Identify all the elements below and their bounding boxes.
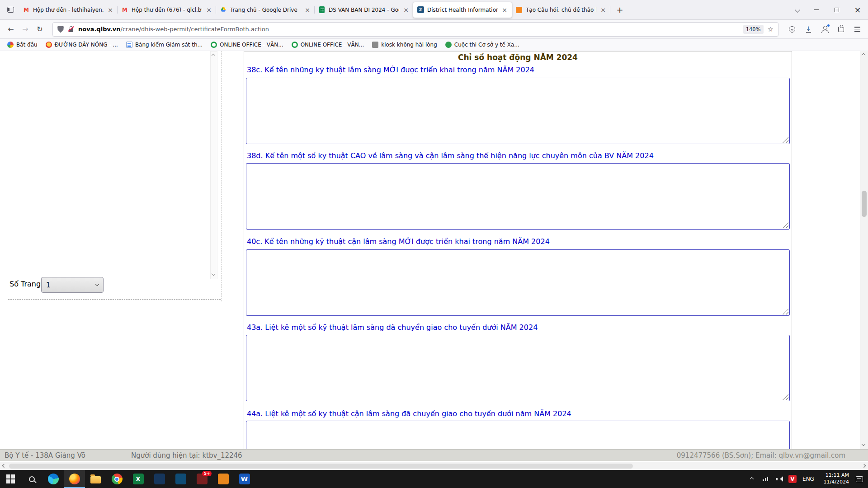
bookmark-item-start[interactable]: Bắt đầu (4, 40, 41, 49)
reload-button[interactable]: ↻ (33, 22, 47, 37)
tab-close-icon[interactable]: × (304, 6, 311, 14)
forum-icon (515, 6, 523, 14)
list-all-tabs-button[interactable] (789, 8, 806, 12)
tray-language-button[interactable]: ENG (799, 470, 817, 488)
tab-close-icon[interactable]: × (599, 6, 607, 14)
new-tab-button[interactable]: + (613, 3, 627, 17)
tab-title: DS VAN BAN DI 2024 - Google T (329, 7, 399, 13)
field-textarea-38d[interactable] (246, 163, 790, 230)
page-select-value: 1 (46, 281, 51, 289)
field-textarea-44a[interactable] (246, 421, 790, 449)
field-textarea-43a[interactable] (246, 335, 790, 401)
scroll-down-icon[interactable] (212, 272, 215, 276)
bookmark-item-hotline[interactable]: ĐƯỜNG DÂY NÓNG - ... (42, 40, 122, 49)
tab-forum[interactable]: Tạo Câu hỏi, chủ đề thảo luận | × (512, 2, 610, 18)
excel-icon: X (133, 474, 144, 484)
bookmark-item-contest[interactable]: Cuộc thi Cơ sở y tế Xa... (442, 40, 523, 49)
field-label-38c: 38c. Kể tên những kỹ thuật lâm sàng MỚI … (247, 66, 789, 74)
left-panel-scrollbar[interactable] (210, 51, 217, 279)
checklist-favicon-icon (126, 42, 132, 48)
tray-clock[interactable]: 11:11 AM 11/4/2024 (817, 470, 851, 488)
window-maximize-button[interactable] (826, 0, 847, 19)
scroll-down-icon[interactable] (862, 442, 865, 446)
insecure-lock-icon[interactable] (68, 25, 74, 33)
chrome-icon (112, 474, 123, 484)
tab-dhis-active[interactable]: 2 District Health Information Soft × (413, 2, 512, 18)
window-minimize-button[interactable] (806, 0, 826, 19)
taskbar-search-button[interactable] (21, 470, 42, 488)
tab-title: Tạo Câu hỏi, chủ đề thảo luận | (526, 7, 596, 13)
online-office-favicon-icon (211, 42, 217, 48)
bookmark-star-icon[interactable]: ☆ (768, 25, 774, 33)
taskbar-app1-button[interactable] (149, 470, 170, 488)
taskbar-edge-button[interactable] (42, 470, 64, 488)
firefox-icon (69, 474, 80, 484)
extensions-puzzle-icon (838, 27, 844, 32)
tab-close-icon[interactable]: × (107, 6, 114, 14)
navbar-right-buttons: ↓ (785, 22, 864, 37)
edge-icon (48, 474, 59, 484)
downloads-button[interactable]: ↓ (801, 22, 816, 37)
forward-button[interactable]: → (18, 22, 33, 37)
start-button[interactable] (0, 470, 21, 488)
search-icon (29, 476, 35, 482)
scroll-right-icon[interactable] (862, 464, 866, 468)
tracking-protection-shield-icon[interactable] (57, 26, 64, 33)
tab-google-sheets[interactable]: DS VAN BAN DI 2024 - Google T × (315, 2, 413, 18)
bookmark-item-kiosk[interactable]: kiosk không hài lòng (368, 40, 441, 49)
app-menu-button[interactable] (850, 22, 864, 37)
taskbar-file-explorer-button[interactable] (85, 470, 106, 488)
maximize-icon (835, 8, 839, 12)
bookmark-item-online-office-2[interactable]: ONLINE OFFICE - VĂN... (288, 40, 368, 49)
url-bar[interactable]: nova.qlbv.vn/crane/dhis-web-permit/certi… (52, 22, 778, 37)
gmail-icon: M (23, 6, 30, 14)
chevron-up-icon (750, 477, 754, 481)
taskbar-app2-button[interactable] (170, 470, 191, 488)
field-textarea-40c[interactable] (246, 249, 790, 316)
action-center-button[interactable] (851, 470, 868, 488)
taskbar-app3-button[interactable]: 5+ (191, 470, 212, 488)
tray-overflow-button[interactable] (745, 470, 759, 488)
tab-close-icon[interactable]: × (501, 6, 508, 14)
tab-google-drive[interactable]: Trang chủ - Google Drive × (216, 2, 315, 18)
vertical-scrollbar-thumb[interactable] (862, 191, 867, 217)
pocket-button[interactable] (785, 22, 799, 37)
horizontal-scrollbar[interactable] (0, 462, 868, 470)
tray-unikey-button[interactable]: V (786, 470, 799, 488)
tab-gmail-2[interactable]: M Hộp thư đến (676) - qlcl.bvub2 × (118, 2, 216, 18)
url-text: nova.qlbv.vn/crane/dhis-web-permit/certi… (78, 26, 739, 33)
page-number-select[interactable]: 1 (41, 277, 104, 293)
firefox-view-button[interactable] (4, 3, 17, 17)
scroll-left-icon[interactable] (2, 464, 6, 468)
back-button[interactable]: ← (4, 22, 18, 37)
field-textarea-38c[interactable] (246, 78, 790, 144)
tab-close-icon[interactable]: × (205, 6, 212, 14)
bookmark-item-checklist[interactable]: Bảng kiểm Giám sát th... (123, 40, 206, 49)
taskbar-chrome-button[interactable] (106, 470, 127, 488)
account-button[interactable] (817, 22, 832, 37)
kiosk-favicon-icon (372, 42, 378, 48)
field-38d (246, 163, 790, 230)
extensions-button[interactable] (834, 22, 848, 37)
scroll-up-icon[interactable] (212, 54, 215, 57)
horizontal-scrollbar-thumb[interactable] (9, 464, 633, 469)
tray-network-button[interactable] (759, 470, 772, 488)
taskbar-app4-button[interactable] (212, 470, 234, 488)
file-explorer-icon (90, 476, 101, 483)
tray-volume-button[interactable] (772, 470, 786, 488)
taskbar-firefox-button[interactable] (64, 470, 85, 488)
tab-close-icon[interactable]: × (402, 6, 410, 14)
tab-title: Trang chủ - Google Drive (230, 7, 301, 13)
taskbar-excel-button[interactable]: X (127, 470, 149, 488)
zoom-level-indicator[interactable]: 140% (743, 25, 764, 34)
scroll-up-icon[interactable] (862, 53, 865, 57)
vertical-scrollbar[interactable] (860, 51, 868, 449)
browser-tab-bar: M Hộp thư đến - lethihaiyen.bvub × M Hộp… (0, 0, 868, 20)
tab-gmail-1[interactable]: M Hộp thư đến - lethihaiyen.bvub × (19, 2, 118, 18)
taskbar-word-button[interactable]: W (234, 470, 255, 488)
pocket-icon (789, 26, 795, 33)
bookmark-item-online-office-1[interactable]: ONLINE OFFICE - VĂN... (207, 40, 287, 49)
window-close-button[interactable]: × (847, 0, 868, 19)
screen: M Hộp thư đến - lethihaiyen.bvub × M Hộp… (0, 0, 868, 488)
firefox-view-icon (7, 7, 14, 13)
